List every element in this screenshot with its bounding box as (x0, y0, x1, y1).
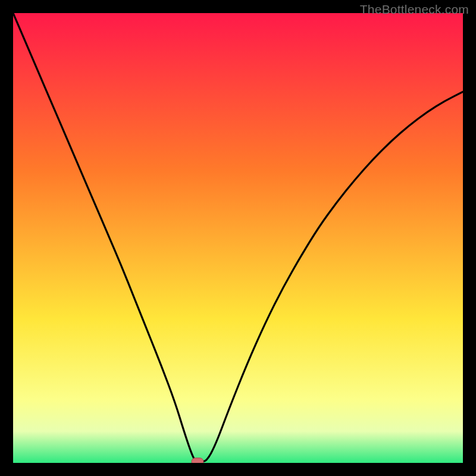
watermark-text: TheBottleneck.com (360, 2, 469, 17)
optimum-marker (192, 458, 203, 463)
gradient-background (13, 13, 463, 463)
chart-frame (13, 13, 463, 463)
bottleneck-chart (13, 13, 463, 463)
